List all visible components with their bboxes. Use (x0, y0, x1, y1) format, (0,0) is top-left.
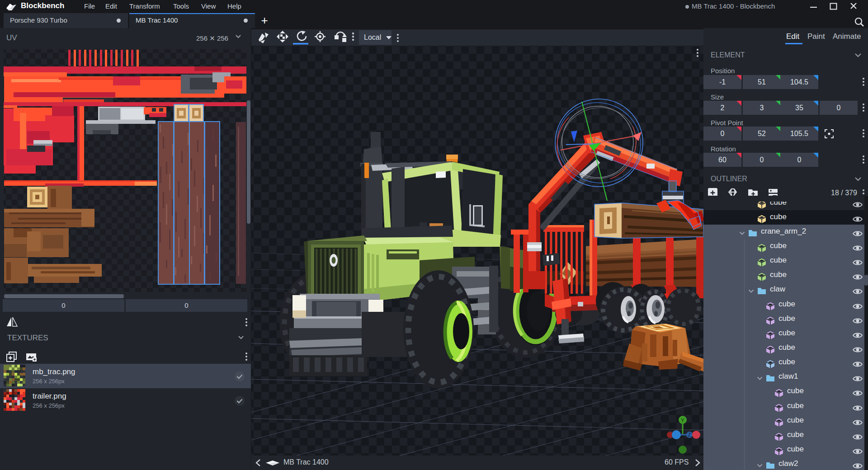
svg-text:Y: Y (681, 418, 684, 423)
svg-text:Z: Z (688, 432, 691, 437)
